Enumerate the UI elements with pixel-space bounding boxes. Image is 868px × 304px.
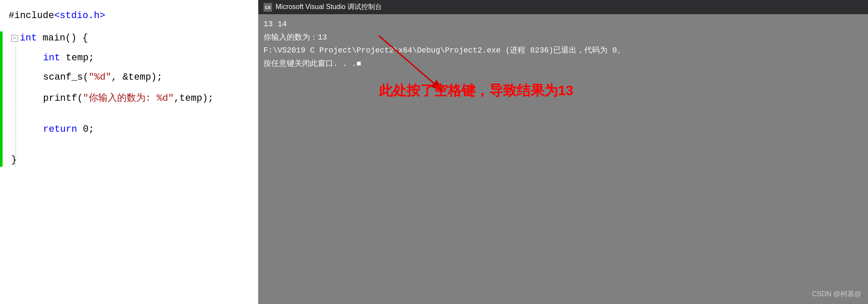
scanf-line: scanf_s("%d", &temp);	[0, 71, 258, 84]
annotation-text: 此处按了空格键，导致结果为13	[379, 79, 574, 102]
include-line: #include<stdio.h>	[0, 4, 258, 25]
console-icon: cx	[264, 3, 272, 12]
main-text: int main() {	[20, 33, 258, 43]
console-body: 13 14 你输入的数为：13 F:\VS2019 C Project\Proj…	[258, 14, 868, 304]
watermark: CSDN @柯基@	[812, 288, 861, 300]
return-line: return 0;	[0, 123, 258, 136]
include-text: #include<stdio.h>	[9, 10, 258, 21]
collapse-icon[interactable]: −	[11, 35, 18, 42]
printf-line: printf("你输入的数为: %d",temp);	[0, 90, 258, 105]
code-editor: #include<stdio.h> − int main() { int tem…	[0, 0, 258, 304]
console-title: Microsoft Visual Studio 调试控制台	[276, 3, 382, 12]
main-line: − int main() {	[0, 31, 258, 45]
console-panel: cx Microsoft Visual Studio 调试控制台 13 14 你…	[258, 0, 868, 304]
close-brace-line: }	[0, 153, 258, 167]
int-temp-line: int temp;	[0, 45, 258, 65]
console-titlebar: cx Microsoft Visual Studio 调试控制台	[258, 0, 868, 14]
block-vertical-line	[16, 47, 16, 167]
